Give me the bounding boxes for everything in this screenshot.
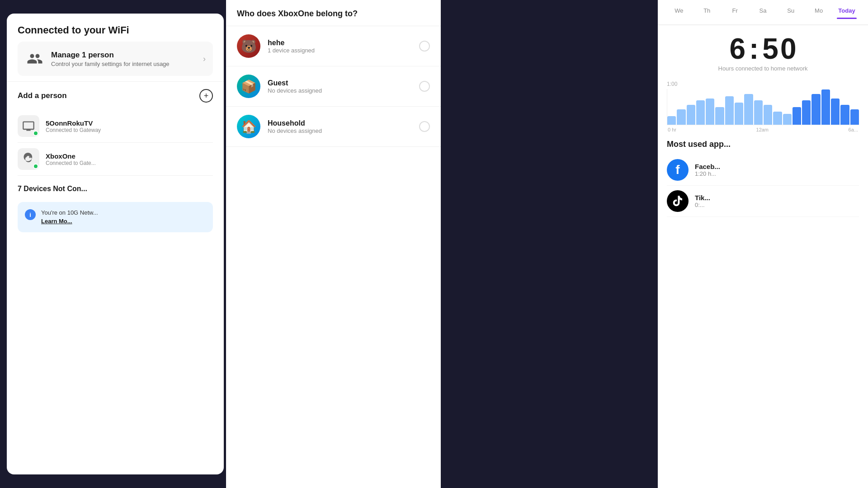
device-icon-tv <box>18 115 39 137</box>
chart-bar <box>850 109 859 125</box>
app-item-facebook: f Faceb... 1:20 h... <box>667 155 859 186</box>
device-list: 5OonnRokuTV Connected to Gateway XboxOne… <box>7 106 224 179</box>
manage-text: Manage 1 person Control your family sett… <box>51 51 197 67</box>
wifi-title: Connected to your WiFi <box>18 24 213 36</box>
learn-more-link[interactable]: Learn Mo... <box>41 218 72 225</box>
xbox-info: XboxOne Connected to Gate... <box>46 152 96 166</box>
person-option-guest[interactable]: 📦 Guest No devices assigned <box>226 66 441 107</box>
add-person-row: Add a person + <box>7 82 224 106</box>
most-used-section: Most used app... f Faceb... 1:20 h... Ti… <box>658 132 868 224</box>
day-we[interactable]: We <box>669 7 689 24</box>
household-name: Household <box>268 119 412 127</box>
chart-x-12am: 12am <box>756 127 769 132</box>
day-sa-label: Sa <box>760 7 767 14</box>
tiktok-icon <box>667 190 689 212</box>
chart-bars <box>667 89 859 125</box>
guest-radio[interactable] <box>419 81 430 92</box>
timer-colon: : <box>749 34 759 63</box>
timer-section: 6 : 5 0 Hours connected to home network <box>658 25 868 81</box>
info-message: You're on 10G Netw... <box>41 209 98 216</box>
add-person-label: Add a person <box>18 91 67 100</box>
device-question: Who does XboxOne belong to? <box>226 0 441 26</box>
household-sub: No devices assigned <box>268 127 412 134</box>
chart-bar <box>677 109 685 125</box>
person-option-household[interactable]: 🏠 Household No devices assigned <box>226 107 441 147</box>
timer-display: 6 : 5 0 <box>669 34 857 63</box>
chart-bar <box>802 100 811 125</box>
chart-bar <box>725 96 734 125</box>
hehe-radio[interactable] <box>419 41 430 52</box>
timer-hours: 6 <box>729 34 745 63</box>
left-panel-header: Connected to your WiFi Manage 1 person C… <box>7 14 224 82</box>
facebook-info: Faceb... 1:20 h... <box>695 163 720 177</box>
chart-bar <box>706 99 714 125</box>
timer-label: Hours connected to home network <box>669 65 857 72</box>
avatar-household: 🏠 <box>237 115 260 138</box>
day-mo[interactable]: Mo <box>809 7 829 24</box>
xbox-status: Connected to Gate... <box>46 160 96 166</box>
timer-minutes: 5 <box>762 34 778 63</box>
guest-name: Guest <box>268 79 412 87</box>
app-item-tiktok: Tik... 0:... <box>667 186 859 217</box>
hehe-info: hehe 1 device assigned <box>268 39 412 54</box>
active-day-underline <box>837 18 857 19</box>
status-online-dot <box>33 131 38 136</box>
day-th[interactable]: Th <box>697 7 717 24</box>
xbox-name: XboxOne <box>46 152 96 160</box>
facebook-name: Faceb... <box>695 163 720 170</box>
day-we-label: We <box>675 7 683 14</box>
chart-x-0hr: 0 hr <box>668 127 676 132</box>
household-info: Household No devices assigned <box>268 119 412 134</box>
not-connected-label: 7 Devices Not Con... <box>7 179 224 198</box>
chart-bar <box>783 114 792 125</box>
chart-bar <box>793 107 801 125</box>
facebook-icon: f <box>667 159 689 181</box>
people-icon <box>25 49 45 69</box>
device-item-xbox[interactable]: XboxOne Connected to Gate... <box>18 143 213 176</box>
chart-y-max: 1:00 <box>667 81 677 87</box>
manage-heading: Manage 1 person <box>51 51 197 60</box>
person-option-hehe[interactable]: 🐻 hehe 1 device assigned <box>226 26 441 66</box>
day-fr[interactable]: Fr <box>725 7 745 24</box>
manage-card[interactable]: Manage 1 person Control your family sett… <box>18 42 213 76</box>
left-panel: Connected to your WiFi Manage 1 person C… <box>7 14 224 474</box>
guest-info: Guest No devices assigned <box>268 79 412 94</box>
add-person-button[interactable]: + <box>199 89 213 103</box>
day-today-label: Today <box>838 7 855 14</box>
manage-description: Control your family settings for interne… <box>51 61 197 67</box>
most-used-title: Most used app... <box>667 140 859 149</box>
day-su-label: Su <box>787 7 794 14</box>
day-sa[interactable]: Sa <box>753 7 773 24</box>
chevron-right-icon: › <box>203 54 206 64</box>
roku-status: Connected to Gateway <box>46 127 101 133</box>
household-radio[interactable] <box>419 121 430 132</box>
device-item-roku[interactable]: 5OonnRokuTV Connected to Gateway <box>18 110 213 143</box>
days-nav: We Th Fr Sa Su Mo Today <box>658 0 868 25</box>
status-online-dot-xbox <box>33 164 38 169</box>
chart-bar <box>754 100 763 125</box>
avatar-guest: 📦 <box>237 75 260 98</box>
info-text: You're on 10G Netw... Learn Mo... <box>41 209 98 225</box>
hehe-name: hehe <box>268 39 412 47</box>
chart-bar <box>687 105 695 125</box>
day-su[interactable]: Su <box>781 7 801 24</box>
day-th-label: Th <box>703 7 710 14</box>
chart-bar <box>840 105 849 125</box>
facebook-usage: 1:20 h... <box>695 170 720 177</box>
chart-bar <box>821 89 830 125</box>
chart-section: 1:00 0 hr 12am 6a... <box>658 81 868 132</box>
device-icon-gamepad <box>18 148 39 170</box>
right-panel: We Th Fr Sa Su Mo Today 6 : 5 0 Hours co… <box>658 0 868 488</box>
info-banner: i You're on 10G Netw... Learn Mo... <box>18 202 213 232</box>
roku-name: 5OonnRokuTV <box>46 119 101 127</box>
chart-bar <box>744 94 753 125</box>
chart-x-6a: 6a... <box>849 127 858 132</box>
tiktok-usage: 0:... <box>695 202 710 208</box>
chart-bar <box>831 99 840 125</box>
chart-bar <box>735 103 743 125</box>
chart-bar <box>773 112 782 125</box>
day-today[interactable]: Today <box>837 7 857 24</box>
day-fr-label: Fr <box>732 7 737 14</box>
chart-bar <box>667 116 676 125</box>
info-icon: i <box>25 209 36 220</box>
